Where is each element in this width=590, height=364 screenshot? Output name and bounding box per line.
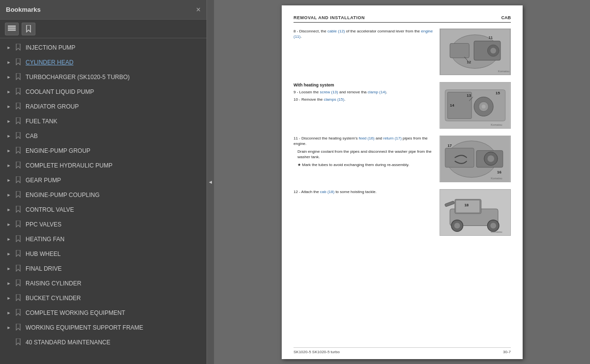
chevron-icon-engine-pump-coupling: ►	[5, 190, 13, 200]
bookmark-icon-bucket-cylinder	[16, 294, 23, 303]
sidebar-item-label-gear-pump: GEAR PUMP	[26, 177, 61, 184]
bookmark-icon-hub-wheel	[16, 250, 23, 258]
list-icon	[8, 26, 16, 32]
sidebar-item-label-working-equipment-support: WORKING EQUIPMENT SUPPORT FRAME	[26, 324, 143, 331]
engine-image-1: 11 12 Komatsu	[440, 29, 510, 75]
sidebar-item-engine-pump-coupling[interactable]: ►ENGINE-PUMP COUPLING	[0, 188, 206, 202]
sidebar-item-complete-working-equipment[interactable]: ►COMPLETE WORKING EQUIPMENT	[0, 306, 206, 320]
sidebar-item-engine-pump-group[interactable]: ►ENGINE-PUMP GROUP	[0, 143, 206, 158]
bookmark-icon-working-equipment-support	[16, 324, 23, 332]
svg-text:Komatsu: Komatsu	[491, 230, 502, 233]
sidebar-item-label-cylinder-head: CYLINDER HEAD	[26, 59, 73, 66]
sidebar-item-label-40-standard-maintenance: 40 STANDARD MAINTENANCE	[26, 339, 110, 346]
chevron-icon-working-equipment-support: ►	[5, 323, 13, 333]
sidebar-item-coolant-liquid-pump[interactable]: ►COOLANT LIQUID PUMP	[0, 84, 206, 99]
svg-text:14: 14	[450, 103, 454, 107]
chevron-icon-complete-hydraulic-pump: ►	[5, 161, 13, 170]
chevron-icon-40-standard-maintenance	[5, 337, 13, 347]
sidebar-item-label-complete-hydraulic-pump: COMPLETE HYDRAULIC PUMP	[26, 162, 113, 169]
sidebar-item-cylinder-head[interactable]: ►CYLINDER HEAD	[0, 55, 206, 70]
sidebar-item-working-equipment-support[interactable]: ►WORKING EQUIPMENT SUPPORT FRAME	[0, 320, 206, 335]
sidebar-item-injection-pump[interactable]: ►INJECTION PUMP	[0, 40, 206, 55]
svg-text:18: 18	[464, 203, 469, 207]
bookmark-icon-raising-cylinder	[16, 280, 23, 288]
document-page: REMOVAL AND INSTALLATION CAB 8 - Disconn…	[282, 5, 523, 359]
bookmark-icon-complete-hydraulic-pump	[16, 162, 23, 170]
sidebar-item-label-fuel-tank: FUEL TANK	[26, 118, 57, 125]
step-11-note: ★ Mark the tubes to avoid exchanging the…	[294, 162, 435, 168]
svg-text:15: 15	[496, 91, 500, 95]
sidebar-item-hub-wheel[interactable]: ►HUB WHEEL	[0, 247, 206, 261]
doc-image-8: 11 12 Komatsu	[440, 28, 511, 75]
bookmark-toolbar-icon	[26, 25, 31, 33]
svg-rect-5	[450, 43, 469, 57]
chevron-icon-bucket-cylinder: ►	[5, 293, 13, 303]
bookmark-icon-heating-fan	[16, 235, 23, 244]
sidebar-list[interactable]: ►INJECTION PUMP►CYLINDER HEAD►TURBOCHARG…	[0, 38, 206, 364]
main-content: REMOVAL AND INSTALLATION CAB 8 - Disconn…	[214, 0, 590, 364]
doc-image-11: 17 16 Komatsu	[440, 136, 511, 182]
list-view-button[interactable]	[5, 23, 19, 35]
sidebar-item-turbocharger[interactable]: ►TURBOCHARGER (SK1020-5 TURBO)	[0, 70, 206, 84]
sidebar-item-label-raising-cylinder: RAISING CYLINDER	[26, 280, 81, 287]
sidebar-item-complete-hydraulic-pump[interactable]: ►COMPLETE HYDRAULIC PUMP	[0, 158, 206, 173]
doc-section-8: 8 - Disconnect, the cable (12) of the ac…	[294, 28, 511, 75]
step-12-text: 12 - Attach the cab (18) to some hoistin…	[294, 189, 435, 195]
doc-text-8: 8 - Disconnect, the cable (12) of the ac…	[294, 28, 435, 42]
bookmark-view-button[interactable]	[22, 23, 35, 35]
bookmark-icon-injection-pump	[16, 44, 23, 52]
svg-text:13: 13	[467, 93, 471, 98]
doc-image-9: 13 14 15 Komatsu	[440, 82, 511, 129]
chevron-icon-control-valve: ►	[5, 205, 13, 215]
sidebar-item-ppc-valves[interactable]: ►PPC VALVES	[0, 217, 206, 232]
bookmark-icon-fuel-tank	[16, 117, 23, 126]
chevron-icon-gear-pump: ►	[5, 175, 13, 185]
sidebar-header: Bookmarks ×	[0, 0, 206, 20]
chevron-icon-injection-pump: ►	[5, 43, 13, 53]
doc-text-11: 11 - Disconnect the heating system's fee…	[294, 136, 435, 170]
doc-image-12: 18 Komatsu	[440, 189, 511, 236]
bookmark-icon-control-valve	[16, 206, 23, 214]
chevron-icon-heating-fan: ►	[5, 234, 13, 244]
sidebar-item-control-valve[interactable]: ►CONTROL VALVE	[0, 202, 206, 217]
sidebar-item-fuel-tank[interactable]: ►FUEL TANK	[0, 114, 206, 129]
svg-text:Komatsu: Komatsu	[491, 123, 502, 126]
collapse-arrow-icon: ◄	[208, 179, 213, 185]
chevron-icon-raising-cylinder: ►	[5, 279, 13, 288]
sidebar-item-label-bucket-cylinder: BUCKET CYLINDER	[26, 295, 81, 302]
sidebar-item-label-complete-working-equipment: COMPLETE WORKING EQUIPMENT	[26, 309, 125, 316]
close-button[interactable]: ×	[196, 6, 201, 14]
svg-rect-0	[8, 26, 16, 27]
doc-text-12: 12 - Attach the cab (18) to some hoistin…	[294, 189, 435, 197]
sidebar-collapse-button[interactable]: ◄	[206, 0, 214, 364]
sidebar-item-cab[interactable]: ►CAB	[0, 129, 206, 143]
sidebar-item-label-engine-pump-coupling: ENGINE-PUMP COUPLING	[26, 192, 99, 198]
sidebar-item-label-coolant-liquid-pump: COOLANT LIQUID PUMP	[26, 88, 94, 95]
sidebar-item-heating-fan[interactable]: ►HEATING FAN	[0, 232, 206, 247]
svg-point-41	[490, 223, 496, 228]
document-viewer: REMOVAL AND INSTALLATION CAB 8 - Disconn…	[214, 0, 590, 364]
sidebar-item-label-injection-pump: INJECTION PUMP	[26, 44, 75, 51]
doc-header: REMOVAL AND INSTALLATION CAB	[294, 15, 511, 23]
chevron-icon-turbocharger: ►	[5, 72, 13, 82]
sidebar-item-40-standard-maintenance[interactable]: 40 STANDARD MAINTENANCE	[0, 335, 206, 350]
sidebar-title: Bookmarks	[6, 6, 41, 13]
sidebar-item-label-final-drive: FINAL DRIVE	[26, 265, 62, 272]
sidebar: Bookmarks × ►INJECTION PUMP►CYLINDER HEA…	[0, 0, 206, 364]
sidebar-item-bucket-cylinder[interactable]: ►BUCKET CYLINDER	[0, 291, 206, 306]
sidebar-item-final-drive[interactable]: ►FINAL DRIVE	[0, 261, 206, 276]
svg-text:16: 16	[497, 170, 502, 174]
heating-system-heading: With heating system	[294, 82, 435, 88]
chevron-icon-fuel-tank: ►	[5, 116, 13, 126]
sidebar-item-raising-cylinder[interactable]: ►RAISING CYLINDER	[0, 276, 206, 291]
sidebar-item-label-control-valve: CONTROL VALVE	[26, 206, 74, 213]
sidebar-item-radiator-group[interactable]: ►RADIATOR GROUP	[0, 99, 206, 114]
sidebar-item-label-radiator-group: RADIATOR GROUP	[26, 103, 79, 110]
engine-image-3: 17 16 Komatsu	[440, 136, 510, 182]
chevron-icon-ppc-valves: ►	[5, 220, 13, 229]
sidebar-item-label-cab: CAB	[26, 133, 38, 140]
sidebar-item-label-engine-pump-group: ENGINE-PUMP GROUP	[26, 147, 90, 154]
sidebar-item-label-turbocharger: TURBOCHARGER (SK1020-5 TURBO)	[26, 74, 130, 81]
bookmark-icon-cylinder-head	[16, 58, 23, 67]
sidebar-item-gear-pump[interactable]: ►GEAR PUMP	[0, 173, 206, 188]
